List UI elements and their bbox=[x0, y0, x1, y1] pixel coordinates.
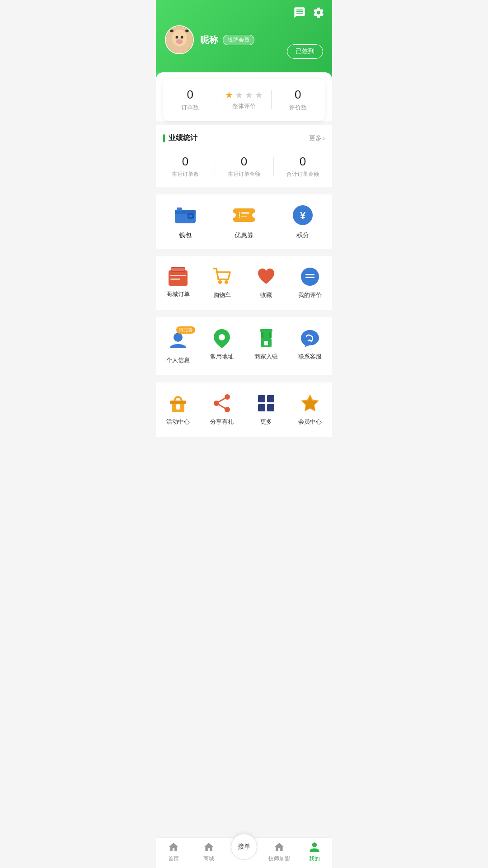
total-amount-value: 0 bbox=[273, 155, 332, 169]
svg-rect-32 bbox=[260, 329, 272, 332]
review-count-stat: 0 评价数 bbox=[271, 88, 325, 112]
points-icon: ¥ bbox=[291, 203, 314, 227]
favorite-label: 收藏 bbox=[260, 291, 272, 299]
more-performance-button[interactable]: 更多 › bbox=[309, 134, 325, 142]
sign-in-button[interactable]: 已签到 bbox=[287, 44, 323, 59]
star-2: ★ bbox=[235, 90, 243, 100]
svg-rect-6 bbox=[185, 30, 189, 33]
performance-stats: 0 本月订单数 0 本月订单金额 0 合计订单金额 bbox=[156, 147, 332, 187]
svg-rect-46 bbox=[258, 395, 265, 402]
merchant-item[interactable]: 商家入驻 bbox=[244, 326, 288, 366]
svg-rect-35 bbox=[261, 332, 263, 338]
profile-label: 个人信息 bbox=[166, 356, 190, 364]
more-label: 更多 bbox=[260, 418, 272, 426]
svg-rect-17 bbox=[241, 216, 247, 217]
profile-icon-wrap: 待完善 bbox=[166, 328, 190, 352]
svg-rect-40 bbox=[176, 404, 180, 410]
svg-rect-48 bbox=[258, 404, 265, 411]
order-count-value: 0 bbox=[163, 88, 217, 102]
svg-line-45 bbox=[216, 403, 227, 410]
coupon-icon bbox=[232, 203, 256, 227]
svg-point-4 bbox=[176, 39, 183, 43]
svg-point-2 bbox=[176, 36, 178, 39]
monthly-amount-stat: 0 本月订单金额 bbox=[215, 155, 273, 178]
cart-label: 购物车 bbox=[213, 291, 231, 299]
monthly-orders-value: 0 bbox=[156, 155, 215, 169]
address-item[interactable]: 常用地址 bbox=[200, 326, 244, 366]
svg-rect-22 bbox=[171, 268, 185, 271]
menu-row-2: 待完善 个人信息 常用地址 商家入驻 联系客服 bbox=[156, 317, 332, 375]
svg-rect-49 bbox=[267, 404, 274, 411]
svg-point-31 bbox=[219, 334, 225, 340]
shop-order-item[interactable]: 商城订单 bbox=[156, 265, 200, 301]
favorite-item[interactable]: 收藏 bbox=[244, 265, 288, 301]
svg-rect-28 bbox=[305, 274, 314, 275]
activity-label: 活动中心 bbox=[166, 418, 190, 426]
performance-section-header: 业绩统计 更多 › bbox=[156, 125, 332, 147]
svg-point-10 bbox=[189, 215, 192, 217]
wallet-menu-item[interactable]: 钱包 bbox=[156, 203, 215, 240]
star-1: ★ bbox=[225, 90, 233, 100]
stats-card: 0 订单数 ★ ★ ★ ★ 整体评价 0 评价数 bbox=[163, 79, 325, 121]
performance-title-text: 业绩统计 bbox=[169, 133, 197, 143]
order-count-label: 订单数 bbox=[163, 104, 217, 112]
svg-rect-24 bbox=[170, 278, 180, 280]
points-menu-item[interactable]: ¥ 积分 bbox=[273, 203, 332, 240]
avatar[interactable] bbox=[165, 25, 194, 54]
monthly-amount-label: 本月订单金额 bbox=[215, 170, 273, 178]
svg-rect-23 bbox=[170, 275, 186, 276]
svg-rect-39 bbox=[170, 401, 186, 404]
section-bar bbox=[163, 134, 165, 142]
total-amount-label: 合计订单金额 bbox=[273, 170, 332, 178]
incomplete-badge: 待完善 bbox=[176, 326, 195, 334]
star-4: ★ bbox=[255, 90, 263, 100]
more-item[interactable]: 更多 bbox=[244, 392, 288, 428]
svg-rect-37 bbox=[264, 341, 268, 345]
svg-rect-33 bbox=[263, 332, 269, 338]
svg-point-3 bbox=[181, 36, 183, 39]
vip-item[interactable]: 会员中心 bbox=[288, 392, 333, 428]
settings-icon[interactable] bbox=[312, 6, 325, 21]
rating-stat: ★ ★ ★ ★ 整体评价 bbox=[217, 90, 271, 110]
svg-rect-5 bbox=[170, 30, 174, 33]
star-rating: ★ ★ ★ ★ bbox=[217, 90, 271, 100]
points-label: 积分 bbox=[296, 231, 309, 240]
svg-point-30 bbox=[174, 333, 183, 342]
coupon-menu-item[interactable]: 优惠券 bbox=[215, 203, 273, 240]
nickname: 昵称 bbox=[200, 34, 218, 46]
svg-rect-29 bbox=[305, 277, 314, 278]
wallet-icon bbox=[174, 203, 197, 227]
chevron-icon: › bbox=[323, 135, 325, 142]
svg-line-44 bbox=[216, 397, 227, 403]
wallet-label: 钱包 bbox=[179, 231, 192, 240]
share-label: 分享有礼 bbox=[210, 418, 234, 426]
cart-item[interactable]: 购物车 bbox=[200, 265, 244, 301]
message-icon[interactable] bbox=[293, 6, 306, 21]
monthly-orders-stat: 0 本月订单数 bbox=[156, 155, 215, 178]
menu-row-3: 活动中心 分享有礼 更多 会员中心 bbox=[156, 382, 332, 437]
star-3: ★ bbox=[245, 90, 253, 100]
header: 昵称 银牌会员 已签到 bbox=[156, 0, 332, 72]
vip-label: 会员中心 bbox=[298, 418, 322, 426]
svg-text:¥: ¥ bbox=[300, 210, 306, 221]
order-count-stat: 0 订单数 bbox=[163, 88, 217, 112]
total-amount-stat: 0 合计订单金额 bbox=[273, 155, 332, 178]
share-item[interactable]: 分享有礼 bbox=[200, 392, 244, 428]
svg-rect-12 bbox=[233, 208, 255, 222]
svg-rect-47 bbox=[267, 395, 274, 402]
activity-item[interactable]: 活动中心 bbox=[156, 392, 200, 428]
shop-order-label: 商城订单 bbox=[166, 290, 190, 298]
svg-point-26 bbox=[225, 280, 228, 284]
svg-rect-11 bbox=[177, 208, 182, 211]
merchant-label: 商家入驻 bbox=[254, 353, 278, 361]
monthly-orders-label: 本月订单数 bbox=[156, 170, 215, 178]
menu-row-1: 商城订单 购物车 收藏 我的评价 bbox=[156, 256, 332, 310]
member-badge: 银牌会员 bbox=[223, 35, 254, 45]
svg-point-1 bbox=[172, 30, 187, 47]
my-review-item[interactable]: 我的评价 bbox=[288, 265, 333, 301]
profile-item[interactable]: 待完善 个人信息 bbox=[156, 326, 200, 366]
service-item[interactable]: 联系客服 bbox=[288, 326, 333, 366]
rating-label: 整体评价 bbox=[217, 102, 271, 110]
svg-rect-20 bbox=[169, 270, 188, 286]
address-label: 常用地址 bbox=[210, 353, 234, 361]
